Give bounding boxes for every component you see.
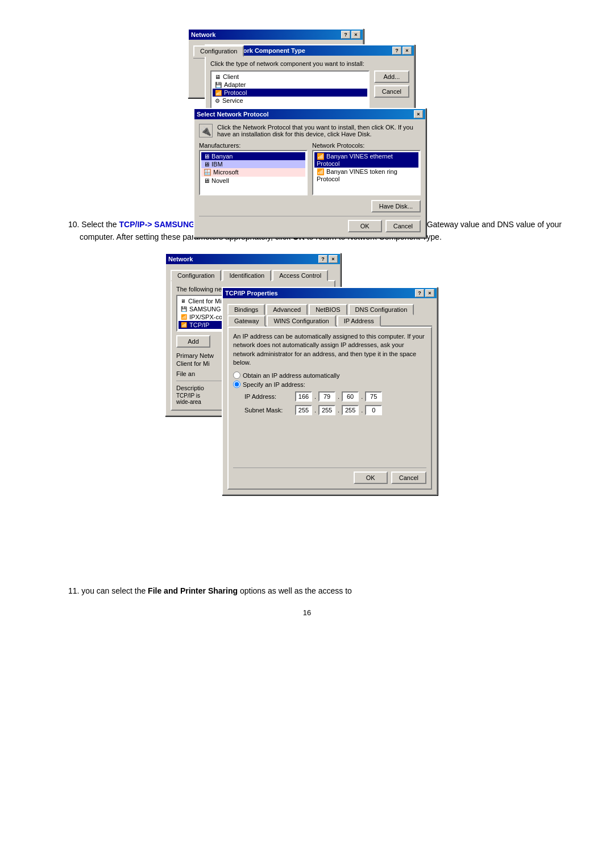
- component-adapter[interactable]: Adapter: [213, 81, 367, 89]
- tab-configuration[interactable]: Configuration: [193, 45, 244, 57]
- manufacturer-microsoft-label: 🪟 Microsoft: [204, 169, 239, 176]
- ip-seg3[interactable]: [342, 391, 359, 402]
- subnet-seg1[interactable]: [295, 405, 312, 415]
- ip-dot3: .: [361, 393, 363, 400]
- component-protocol-label: Protocol: [224, 89, 247, 96]
- manufacturer-microsoft[interactable]: 🪟 Microsoft: [201, 168, 305, 177]
- protocol-vines-token[interactable]: 📶 Banyan VINES token ring Protocol: [314, 168, 418, 183]
- ip-seg2[interactable]: [318, 391, 335, 402]
- protocol-cancel-button[interactable]: Cancel: [385, 220, 421, 232]
- protocol-ok-button[interactable]: OK: [348, 220, 382, 232]
- protocol-divider: [199, 216, 421, 216]
- component-adapter-label: Adapter: [224, 81, 246, 88]
- radio-auto-label: Obtain an IP address automatically: [243, 372, 339, 379]
- page-number: 16: [51, 608, 563, 617]
- add-button[interactable]: Add: [176, 335, 210, 348]
- step11-bold: File and Printer Sharing: [148, 586, 238, 595]
- step10-number: 10.: [68, 220, 81, 229]
- tab-access-control[interactable]: Access Control: [272, 270, 328, 281]
- component-client[interactable]: Client: [213, 73, 367, 81]
- manufacturer-banyan[interactable]: 🖥 Banyan: [201, 152, 305, 160]
- add-component-button[interactable]: Add...: [374, 70, 409, 83]
- tab-advanced[interactable]: Advanced: [266, 304, 308, 315]
- have-disk-button[interactable]: Have Disk...: [371, 200, 421, 212]
- tcpip-info-text: An IP address can be automatically assig…: [233, 332, 426, 368]
- manufacturer-novell[interactable]: 🖥 Novell: [201, 177, 305, 185]
- tab-ip-address[interactable]: IP Address: [337, 315, 381, 327]
- tcpip-help-btn[interactable]: ?: [415, 289, 424, 297]
- select-protocol-title: Select Network Protocol: [197, 111, 269, 118]
- protocols-label: Network Protocols:: [312, 142, 421, 149]
- network-help-btn2[interactable]: ?: [318, 255, 327, 263]
- tab-gateway[interactable]: Gateway: [227, 315, 265, 327]
- component-protocol[interactable]: Protocol: [213, 89, 367, 97]
- protocol-vines-token-label: 📶 Banyan VINES token ring Protocol: [317, 168, 416, 182]
- manufacturer-novell-label: 🖥 Novell: [204, 177, 229, 184]
- tab-configuration2[interactable]: Configuration: [171, 270, 221, 281]
- select-component-close-btn[interactable]: ×: [403, 47, 412, 55]
- radio-auto-row: Obtain an IP address automatically: [233, 372, 426, 379]
- have-disk-row: Have Disk...: [199, 200, 421, 212]
- subnet-seg4[interactable]: [365, 405, 382, 415]
- select-protocol-close-btn[interactable]: ×: [414, 110, 423, 118]
- protocol-icon-large: 🔌: [199, 124, 213, 137]
- network-title: Network: [191, 31, 215, 38]
- subnet-seg3[interactable]: [342, 405, 359, 415]
- network-titlebar: Network ? ×: [189, 30, 363, 40]
- network-title2: Network: [168, 256, 193, 262]
- select-component-help-btn[interactable]: ?: [392, 47, 401, 55]
- installed-tcpip-label: TCP/IP: [189, 322, 209, 328]
- subnet-seg2[interactable]: [318, 405, 335, 415]
- tcpip-body: Bindings Advanced NetBIOS DNS Configurat…: [223, 298, 437, 495]
- tcpip-ok-cancel-row: OK Cancel: [233, 471, 426, 484]
- tab-dns-config[interactable]: DNS Configuration: [349, 304, 414, 315]
- tcpip-tab-content: An IP address can be automatically assig…: [227, 327, 432, 490]
- tcpip-tabs-row1: Bindings Advanced NetBIOS DNS Configurat…: [227, 303, 432, 314]
- screenshot2-container: Network ? × Configuration Identification…: [51, 253, 563, 571]
- ipx-icon: 📶: [181, 314, 187, 320]
- select-component-titlebar-buttons: ? ×: [392, 47, 412, 55]
- network-tabs2: Configuration Identification Access Cont…: [171, 269, 335, 280]
- subnet-dot2: .: [338, 407, 339, 414]
- select-protocol-titlebar: Select Network Protocol ×: [194, 109, 425, 119]
- radio-auto[interactable]: [233, 372, 240, 379]
- network-close-btn2[interactable]: ×: [329, 255, 338, 263]
- step10-text-before: Select the: [81, 220, 119, 229]
- tab-bindings[interactable]: Bindings: [227, 304, 265, 315]
- cancel-component-button[interactable]: Cancel: [374, 85, 409, 98]
- manufacturer-ibm-label: 🖥 IBM: [204, 161, 223, 168]
- protocols-listbox[interactable]: 📶 Banyan VINES ethernet Protocol 📶 Banya…: [312, 150, 421, 195]
- tab-wins[interactable]: WINS Configuration: [267, 315, 335, 327]
- component-listbox[interactable]: Client Adapter Protocol: [210, 70, 370, 110]
- ip-dot2: .: [338, 393, 339, 400]
- manufacturers-listbox[interactable]: 🖥 Banyan 🖥 IBM 🪟 Microsoft 🖥 Novell: [199, 150, 308, 195]
- network-titlebar2: Network ? ×: [166, 254, 340, 264]
- protocol-vines-ethernet-label: 📶 Banyan VINES ethernet Protocol: [317, 153, 416, 167]
- radio-specify-label: Specify an IP address:: [243, 381, 305, 388]
- ip-seg4[interactable]: [365, 391, 382, 402]
- protocol-lists-row: Manufacturers: 🖥 Banyan 🖥 IBM 🪟 Microsof…: [199, 142, 421, 195]
- screenshot1-area: Network ? × Configuration Select Network: [188, 28, 426, 205]
- network-close-btn[interactable]: ×: [351, 31, 360, 39]
- tcpip-ok-button[interactable]: OK: [354, 471, 388, 484]
- tcpip-cancel-button[interactable]: Cancel: [391, 471, 426, 484]
- service-icon: [215, 97, 220, 104]
- manufacturer-ibm[interactable]: 🖥 IBM: [201, 160, 305, 168]
- ip-seg1[interactable]: [295, 391, 312, 402]
- component-service[interactable]: Service: [213, 97, 367, 105]
- step11-text2: options as well as the access to: [238, 586, 352, 595]
- protocol-vines-ethernet[interactable]: 📶 Banyan VINES ethernet Protocol: [314, 152, 418, 168]
- tcpip-close-btn[interactable]: ×: [425, 289, 434, 297]
- protocol-instruction: Click the Network Protocol that you want…: [217, 124, 421, 137]
- tab-netbios[interactable]: NetBIOS: [309, 304, 347, 315]
- network-help-btn[interactable]: ?: [341, 31, 350, 39]
- tcpip-tabs-row2: Gateway WINS Configuration IP Address: [227, 314, 432, 327]
- select-protocol-titlebar-buttons: ×: [414, 110, 423, 118]
- tab-identification[interactable]: Identification: [222, 270, 271, 281]
- protocol-ok-cancel-row: OK Cancel: [199, 220, 421, 232]
- tcpip-titlebar: TCP/IP Properties ? ×: [223, 288, 437, 298]
- page-content: Network ? × Configuration Select Network: [51, 28, 563, 617]
- protocols-section: Network Protocols: 📶 Banyan VINES ethern…: [312, 142, 421, 195]
- radio-specify[interactable]: [233, 381, 240, 388]
- screenshot1-container: Network ? × Configuration Select Network: [51, 28, 563, 205]
